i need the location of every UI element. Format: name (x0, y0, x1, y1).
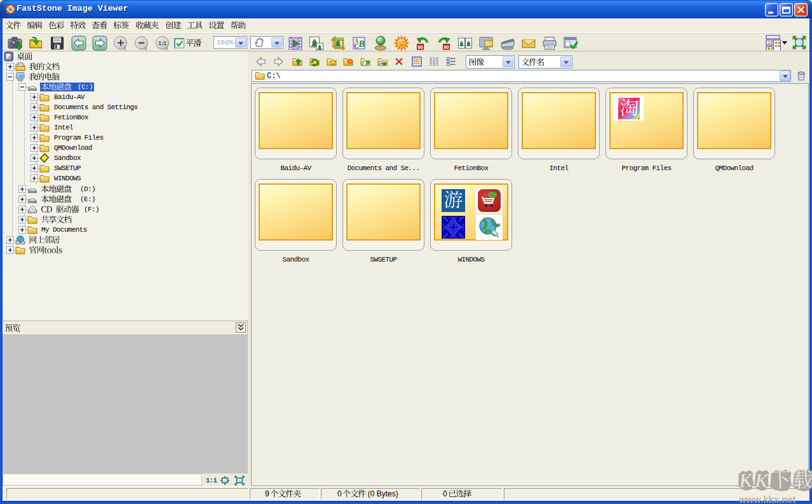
svg-text:90: 90 (443, 44, 449, 50)
svg-text:B: B (358, 39, 365, 49)
svg-text:C: C (354, 43, 358, 50)
svg-text:1:1: 1:1 (158, 40, 166, 46)
svg-text:90: 90 (417, 44, 423, 50)
